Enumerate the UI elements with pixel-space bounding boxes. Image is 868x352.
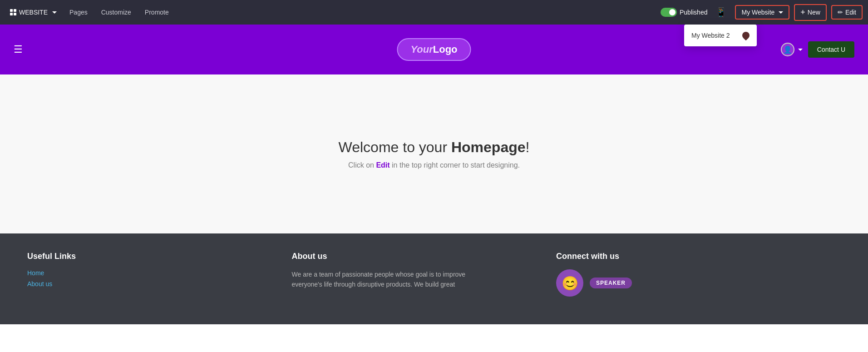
speaker-badge: SPEAKER <box>590 278 632 288</box>
published-label: Published <box>680 9 708 16</box>
site-footer: Useful Links Home About us About us We a… <box>0 233 868 324</box>
useful-links-heading: Useful Links <box>27 252 265 261</box>
pages-link[interactable]: Pages <box>64 6 93 19</box>
about-us-heading: About us <box>292 252 529 261</box>
pencil-icon: ✏ <box>838 9 843 16</box>
logo: Your Logo <box>397 38 471 61</box>
logo-logo: Logo <box>433 44 458 55</box>
promote-link[interactable]: Promote <box>139 6 174 19</box>
welcome-text-part1: Welcome to your <box>339 139 451 155</box>
top-nav: WEBSITE Pages Customize Promote Publishe… <box>0 0 868 25</box>
my-website-label: My Website <box>741 9 774 16</box>
connect-heading: Connect with us <box>556 252 841 261</box>
footer-about-us: About us We are a team of passionate peo… <box>292 252 529 306</box>
website-label: WEBSITE <box>19 9 48 16</box>
about-us-text: We are a team of passionate people whose… <box>292 269 483 290</box>
logo-area: Your Logo <box>397 38 471 61</box>
new-label: New <box>808 9 820 16</box>
speaker-avatar-icon: 😊 <box>556 269 583 297</box>
welcome-heading: Welcome to your Homepage! <box>339 139 530 156</box>
edit-link: Edit <box>376 161 390 169</box>
published-indicator: Published <box>661 8 708 17</box>
speaker-avatar-area: 😊 SPEAKER <box>556 269 841 297</box>
welcome-subtext: Click on Edit in the top right corner to… <box>348 161 520 169</box>
website-dropdown-button[interactable]: WEBSITE <box>5 6 61 19</box>
contact-button[interactable]: Contact U <box>808 41 854 58</box>
nav-left: WEBSITE Pages Customize Promote <box>5 6 661 19</box>
hamburger-icon[interactable]: ☰ <box>14 44 23 55</box>
dropdown-item-label: My Website 2 <box>691 32 730 39</box>
user-account-button[interactable]: 👤 <box>781 43 803 56</box>
footer-connect: Connect with us 😊 SPEAKER <box>556 252 841 306</box>
footer-link-home[interactable]: Home <box>27 269 265 277</box>
logo-your: Your <box>410 44 433 55</box>
dropdown-item-my-website-2[interactable]: My Website 2 <box>684 27 757 44</box>
sub-text-2: in the top right corner to start designi… <box>390 161 520 169</box>
main-content: Welcome to your Homepage! Click on Edit … <box>0 74 868 233</box>
header-right: 👤 Contact U <box>781 41 854 58</box>
chevron-down-icon <box>779 11 783 14</box>
chevron-down-icon <box>52 11 57 14</box>
sub-text-1: Click on <box>348 161 376 169</box>
customize-link[interactable]: Customize <box>96 6 137 19</box>
user-avatar-icon: 👤 <box>781 43 794 56</box>
website-color-dot <box>741 30 751 41</box>
new-button[interactable]: + New <box>794 4 827 21</box>
edit-label: Edit <box>845 9 856 16</box>
grid-icon <box>10 9 16 15</box>
homepage-word: Homepage <box>451 139 526 155</box>
published-toggle[interactable] <box>661 8 677 17</box>
my-website-button[interactable]: My Website <box>735 5 789 20</box>
footer-link-about-us[interactable]: About us <box>27 280 265 288</box>
chevron-down-icon <box>798 49 803 51</box>
plus-icon: + <box>800 8 805 17</box>
edit-button[interactable]: ✏ Edit <box>831 5 863 20</box>
mobile-preview-icon[interactable]: 📱 <box>712 5 730 20</box>
website-dropdown-menu: My Website 2 <box>684 25 757 46</box>
nav-right: Published 📱 My Website + New ✏ Edit <box>661 4 863 21</box>
footer-useful-links: Useful Links Home About us <box>27 252 265 306</box>
speaker-emoji: 😊 <box>562 275 578 291</box>
contact-label: Contact U <box>817 46 845 53</box>
